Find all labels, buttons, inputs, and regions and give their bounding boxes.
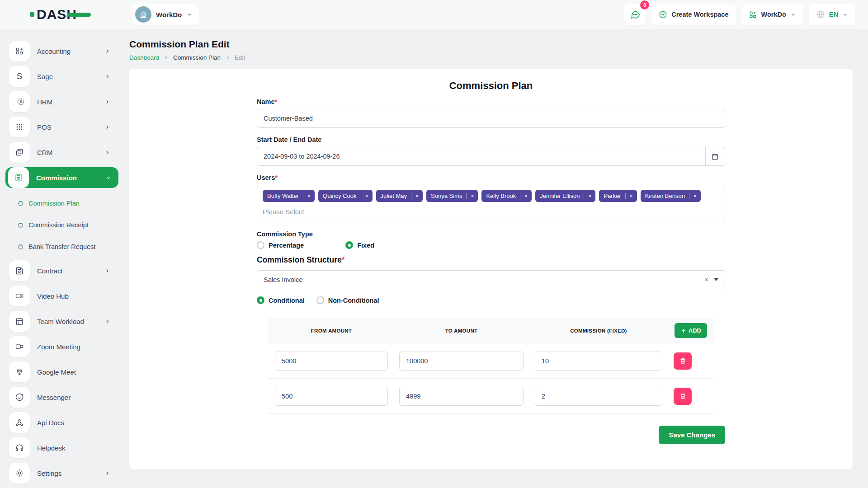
from-amount-input[interactable] <box>275 387 388 406</box>
sidebar-item-helpdesk[interactable]: Helpdesk <box>6 437 118 458</box>
users-search-input[interactable] <box>263 205 719 218</box>
create-workspace-button[interactable]: Create Workspace <box>651 5 736 25</box>
sidebar-item-settings[interactable]: Settings <box>6 463 118 483</box>
column-header-to-amount: TO AMOUNT <box>399 328 524 333</box>
trash-icon <box>679 357 686 364</box>
remove-tag-button[interactable]: × <box>520 193 532 199</box>
chevron-down-icon <box>790 12 796 18</box>
sidebar-item-commission[interactable]: Commission <box>5 167 118 188</box>
commission-type-group: Commission Type Percentage Fixed <box>257 230 725 249</box>
commission-structure-label: Commission Structure <box>257 255 342 264</box>
remove-tag-button[interactable]: × <box>411 193 423 199</box>
commission-input[interactable] <box>535 387 662 406</box>
users-label: Users <box>257 174 275 181</box>
remove-tag-button[interactable]: × <box>466 193 478 199</box>
sidebar-item-google-meet[interactable]: Google Meet <box>6 361 118 382</box>
save-changes-button[interactable]: Save Changes <box>659 426 725 444</box>
circle-bullet-icon <box>18 223 23 228</box>
headphones-icon <box>9 437 30 458</box>
language-selector[interactable]: EN <box>809 4 855 25</box>
add-tier-button[interactable]: ADD <box>675 323 707 338</box>
from-amount-input[interactable] <box>275 352 388 371</box>
sidebar-item-label: Settings <box>37 469 97 477</box>
card-title: Commission Plan <box>257 80 725 92</box>
create-workspace-label: Create Workspace <box>671 11 728 18</box>
workspace-name: WorkDo <box>156 11 182 19</box>
nodes-icon <box>9 412 30 433</box>
plus-circle-icon <box>659 10 667 19</box>
workspace-selector[interactable]: WorkDo <box>132 4 199 25</box>
topbar: DASH WorkDo 0 Create Workspace WorkDo <box>0 0 868 29</box>
sidebar-item-api-docs[interactable]: Api Docs <box>6 412 118 433</box>
calendar-button[interactable] <box>705 147 725 166</box>
sidebar-item-label: Google Meet <box>37 368 110 376</box>
table-header-row: FROM AMOUNT TO AMOUNT COMMISSION (FIXED)… <box>268 318 714 343</box>
sidebar-item-messenger[interactable]: Messenger <box>6 387 118 408</box>
sidebar-subitem-label: Bank Transfer Request <box>28 243 95 250</box>
breadcrumb-commission-plan[interactable]: Commission Plan <box>173 54 221 61</box>
sidebar-item-video-hub[interactable]: Video Hub <box>6 286 118 306</box>
commission-tiers-table: FROM AMOUNT TO AMOUNT COMMISSION (FIXED)… <box>268 318 714 414</box>
users-multiselect[interactable]: Buffy Walter× Quincy Cook× Juliet May× S… <box>257 185 725 222</box>
name-input[interactable] <box>257 109 725 128</box>
radio-percentage[interactable]: Percentage <box>257 241 304 249</box>
date-range-label: Start Date / End Date <box>257 136 725 143</box>
apps-menu-label: WorkDo <box>761 11 786 18</box>
remove-tag-button[interactable]: × <box>625 193 637 199</box>
remove-tag-button[interactable]: × <box>361 193 373 199</box>
chevron-right-icon <box>225 55 230 60</box>
chat-bubble-icon <box>630 9 641 20</box>
breadcrumb-dashboard[interactable]: Dashboard <box>129 54 159 61</box>
required-asterisk: * <box>275 174 278 181</box>
sidebar-subitem-commission-receipt[interactable]: Commission Receipt <box>6 214 118 236</box>
sidebar-item-label: Helpdesk <box>37 444 110 452</box>
user-tag: Buffy Walter× <box>263 190 315 202</box>
table-row <box>268 343 714 379</box>
remove-tag-button[interactable]: × <box>689 193 701 199</box>
building-icon <box>135 6 151 23</box>
radio-fixed[interactable]: Fixed <box>345 241 374 249</box>
sidebar-item-hrm[interactable]: HRM <box>6 91 118 112</box>
remove-tag-button[interactable]: × <box>584 193 595 199</box>
to-amount-input[interactable] <box>399 352 524 371</box>
delete-row-button[interactable] <box>674 388 692 405</box>
radio-conditional[interactable]: Conditional <box>257 296 305 304</box>
language-code: EN <box>829 11 838 18</box>
delete-row-button[interactable] <box>674 352 692 370</box>
chevron-right-icon <box>104 319 110 324</box>
user-tag: Parker× <box>599 190 637 202</box>
commission-type-label: Commission Type <box>257 230 725 238</box>
sidebar-item-label: Messenger <box>37 394 110 401</box>
radio-icon <box>345 241 353 249</box>
to-amount-input[interactable] <box>399 387 524 406</box>
grid-plus-icon <box>9 41 30 61</box>
user-tag: Jennifer Ellison× <box>535 190 595 202</box>
sidebar-item-crm[interactable]: CRM <box>6 142 118 163</box>
sidebar-item-accounting[interactable]: Accounting <box>6 41 118 61</box>
sidebar-subitem-commission-plan[interactable]: Commission Plan <box>6 192 118 214</box>
sidebar-item-pos[interactable]: POS <box>6 117 118 137</box>
main-content: Commission Plan Edit Dashboard Commissio… <box>118 29 868 488</box>
floppy-icon <box>9 260 30 281</box>
structure-select[interactable]: Sales Invoice × <box>257 270 725 289</box>
user-tag: Juliet May× <box>376 190 423 202</box>
sidebar-item-zoom-meeting[interactable]: Zoom Meeting <box>6 336 118 357</box>
structure-selected-value: Sales Invoice <box>264 276 302 283</box>
clear-selection-button[interactable]: × <box>705 276 708 283</box>
messages-button[interactable]: 0 <box>624 4 646 25</box>
sidebar-subitem-bank-transfer-request[interactable]: Bank Transfer Request <box>6 236 118 258</box>
sidebar-item-team-workload[interactable]: Team Workload <box>6 311 118 332</box>
chevron-right-icon <box>104 48 110 54</box>
apps-menu-button[interactable]: WorkDo <box>741 5 803 25</box>
sidebar-item-sage[interactable]: S Sage <box>6 66 118 87</box>
sidebar-item-contract[interactable]: Contract <box>6 260 118 281</box>
chevron-down-icon <box>105 175 111 181</box>
globe-icon <box>816 10 825 19</box>
date-range-input[interactable] <box>257 147 705 166</box>
radio-non-conditional[interactable]: Non-Conditional <box>316 296 379 304</box>
plus-icon <box>680 328 687 334</box>
dots-grid-icon <box>9 117 30 137</box>
commission-input[interactable] <box>535 352 662 371</box>
app-logo[interactable]: DASH <box>30 7 91 22</box>
remove-tag-button[interactable]: × <box>303 193 315 199</box>
